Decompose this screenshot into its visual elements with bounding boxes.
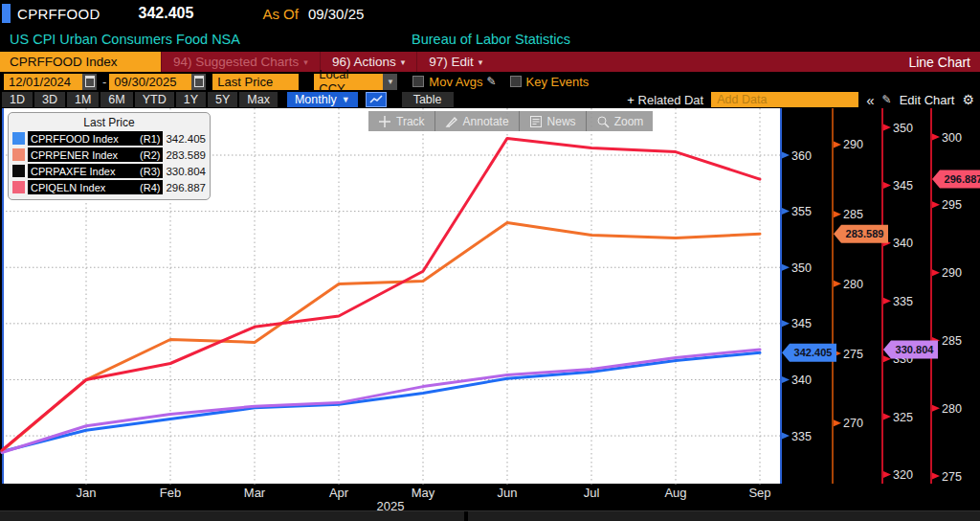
date-range-dash: - xyxy=(102,75,106,89)
series-swatch xyxy=(12,132,25,145)
start-date-input[interactable]: 12/01/2024 xyxy=(4,74,82,90)
series-last-value: 296.887 xyxy=(166,182,206,193)
axis-tick xyxy=(834,141,841,147)
overlay-news-button[interactable]: News xyxy=(519,111,586,131)
currency-select[interactable]: Local CCY xyxy=(314,74,383,90)
range-tab-1d[interactable]: 1D xyxy=(2,92,33,107)
axis-tick xyxy=(932,134,940,141)
legend-item[interactable]: CPIQELN Index(R4)296.887 xyxy=(12,179,206,195)
overlay-track-button[interactable]: Track xyxy=(368,111,434,131)
edit-chart-button[interactable]: Edit Chart xyxy=(900,93,955,107)
axis-tick xyxy=(932,201,940,208)
x-axis-month-label: Jan xyxy=(77,486,97,500)
axis-tick-label: 285 xyxy=(942,334,962,348)
calendar-icon[interactable] xyxy=(191,74,206,90)
overlay-annotate-button[interactable]: Annotate xyxy=(434,111,519,131)
axis-tick xyxy=(883,414,891,420)
add-data-input[interactable] xyxy=(711,92,858,107)
series-last-value: 283.589 xyxy=(166,149,206,161)
data-source: Bureau of Labor Statistics xyxy=(412,32,570,47)
collapse-panel-button[interactable]: « xyxy=(866,92,874,108)
calendar-icon[interactable] xyxy=(82,74,97,90)
range-tab-ytd[interactable]: YTD xyxy=(135,92,174,107)
axis-tick-label: 350 xyxy=(791,261,812,275)
axis-tick-label: 345 xyxy=(893,179,913,193)
series-swatch xyxy=(12,165,25,177)
pencil-icon[interactable]: ✎ xyxy=(486,75,496,88)
series-swatch xyxy=(12,148,25,161)
axis-tick-label: 290 xyxy=(942,266,962,280)
y-axis-r4[interactable]: 300295290285280275 xyxy=(931,108,962,484)
axis-tick xyxy=(883,182,891,189)
axis-tick xyxy=(782,152,790,159)
range-tab-3d[interactable]: 3D xyxy=(34,92,65,107)
series-name-chip: CPIQELN Index(R4) xyxy=(28,180,163,194)
chart-type-label: Line Chart xyxy=(908,55,980,70)
axis-tick xyxy=(782,433,790,440)
table-button[interactable]: Table xyxy=(402,92,454,107)
key-events-checkbox[interactable] xyxy=(510,76,522,87)
range-tab-6m[interactable]: 6M xyxy=(100,92,132,107)
line-chart-icon[interactable] xyxy=(366,92,387,107)
range-tab-1m[interactable]: 1M xyxy=(67,92,99,107)
ticker-bar: CPRFFOOD 342.405 As Of 09/30/25 xyxy=(0,0,980,27)
axis-tick xyxy=(782,320,790,327)
menu-edit[interactable]: 97) Edit▾ xyxy=(416,52,494,72)
legend-item[interactable]: CPRPENER Index(R2)283.589 xyxy=(12,147,206,163)
range-toolbar: 1D3D1M6MYTD1Y5YMax Monthly▼ Table + Rela… xyxy=(0,91,980,108)
x-axis-month-label: Feb xyxy=(160,486,181,500)
axis-tick xyxy=(782,208,790,215)
axis-tick-label: 325 xyxy=(893,411,913,424)
axis-tick-label: 280 xyxy=(942,402,962,416)
y-axis-r2[interactable]: 290285280275270 xyxy=(833,108,863,484)
axis-tick-label: 335 xyxy=(893,295,913,308)
x-axis-month-label: Sep xyxy=(748,486,770,500)
window-grip-icon[interactable] xyxy=(2,4,11,23)
svg-text:283.589: 283.589 xyxy=(846,228,884,239)
price-field-select[interactable]: Last Price xyxy=(212,74,299,90)
x-axis-month-label: Jul xyxy=(584,486,600,500)
chevron-down-icon[interactable]: ▼ xyxy=(383,74,397,90)
overlay-zoom-button[interactable]: Zoom xyxy=(586,111,654,131)
legend-item[interactable]: CPRFFOOD Index(R1)342.405 xyxy=(12,130,206,147)
last-price-badge-r4: 296.887 xyxy=(932,170,980,189)
axis-tick-label: 275 xyxy=(843,348,863,361)
x-axis-month-label: Aug xyxy=(664,486,686,500)
as-of-date: 09/30/25 xyxy=(308,6,364,22)
annotate-icon xyxy=(445,115,458,128)
axis-tick xyxy=(932,473,940,480)
svg-text:342.405: 342.405 xyxy=(794,347,833,358)
security-input[interactable]: CPRFFOOD Index xyxy=(0,52,161,72)
legend-item[interactable]: CPRPAXFE Index(R3)330.804 xyxy=(12,163,206,179)
gear-icon[interactable]: ⚙ xyxy=(962,92,974,107)
axis-tick xyxy=(932,405,940,412)
end-date-input[interactable]: 09/30/2025 xyxy=(109,74,191,90)
range-tab-1y[interactable]: 1Y xyxy=(176,92,206,107)
track-icon xyxy=(378,115,391,128)
y-axis-r1[interactable]: 360355350345340335 xyxy=(781,108,812,484)
range-tab-5y[interactable]: 5Y xyxy=(208,92,237,107)
series-last-value: 330.804 xyxy=(166,166,206,177)
mov-avgs-checkbox[interactable] xyxy=(412,76,424,87)
axis-tick-label: 285 xyxy=(843,208,863,221)
chevron-down-icon: ▾ xyxy=(401,57,406,67)
period-select[interactable]: Monthly▼ xyxy=(287,92,358,107)
related-data-button[interactable]: + Related Dat xyxy=(627,93,703,107)
axis-tick-label: 300 xyxy=(942,131,962,145)
y-axis-r3[interactable]: 350345340335330325320 xyxy=(882,108,913,484)
ticker-symbol: CPRFFOOD xyxy=(17,6,100,22)
security-description: US CPI Urban Consumers Food NSA xyxy=(10,32,240,47)
menu-suggested-charts[interactable]: 94) Suggested Charts▾ xyxy=(161,52,320,72)
axis-tick-label: 320 xyxy=(893,468,913,482)
axis-tick xyxy=(883,298,891,305)
range-tab-max[interactable]: Max xyxy=(239,92,278,107)
series-name-chip: CPRPENER Index(R2) xyxy=(28,147,163,162)
axis-tick-label: 345 xyxy=(791,317,812,330)
series-name-chip: CPRPAXFE Index(R3) xyxy=(28,164,163,178)
axis-tick-label: 295 xyxy=(942,198,962,212)
legend-title: Last Price xyxy=(12,116,206,129)
panel-divider xyxy=(464,511,468,521)
series-last-value: 342.405 xyxy=(166,133,206,145)
pencil-icon[interactable]: ✎ xyxy=(882,93,892,106)
axis-tick xyxy=(883,471,891,478)
